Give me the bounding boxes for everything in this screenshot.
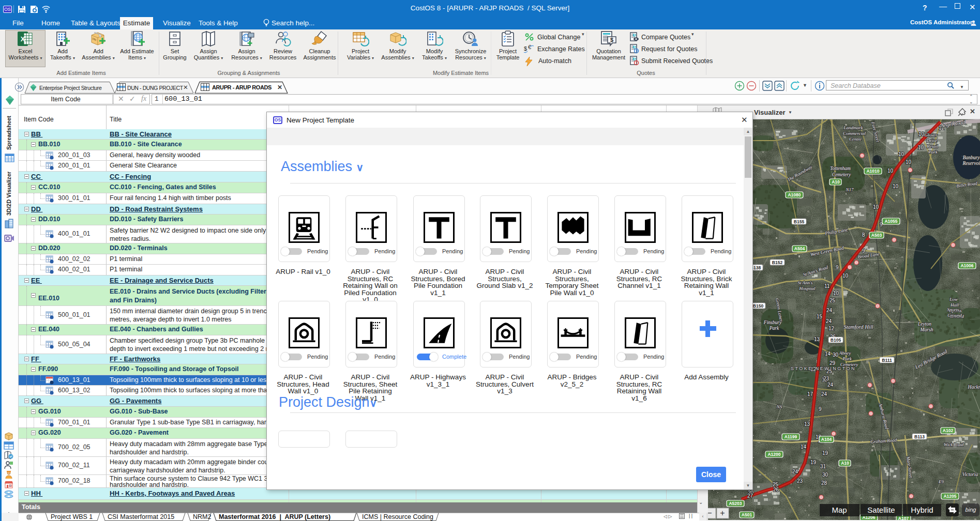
- svg-text:10: 10: [918, 145, 924, 150]
- svg-text:Park: Park: [842, 356, 852, 361]
- svg-text:A104: A104: [821, 437, 832, 442]
- svg-text:26: 26: [773, 487, 779, 493]
- svg-text:A102: A102: [943, 428, 954, 433]
- svg-text:Abney: Abney: [839, 350, 851, 356]
- svg-text:14: 14: [801, 444, 807, 450]
- svg-text:Victoria: Victoria: [962, 472, 978, 477]
- svg-text:A1055: A1055: [884, 219, 897, 224]
- svg-text:10: 10: [893, 183, 899, 189]
- svg-text:Wick Road: Wick Road: [944, 442, 964, 447]
- svg-text:27: 27: [747, 493, 753, 499]
- svg-text:Glover: Glover: [925, 132, 938, 137]
- svg-text:10: 10: [898, 151, 904, 157]
- svg-text:B111: B111: [882, 358, 892, 363]
- svg-text:Cemetery: Cemetery: [832, 172, 851, 177]
- svg-text:30: 30: [833, 352, 839, 358]
- svg-text:St Ann's: St Ann's: [797, 280, 813, 285]
- svg-text:Hackn: Hackn: [968, 385, 980, 390]
- svg-text:Masterformat 2016 | ARUP (Le: Masterformat 2016 | ARUP (Letters): [219, 513, 330, 520]
- svg-text:10: 10: [887, 168, 894, 174]
- svg-text:X: X: [21, 35, 25, 43]
- svg-text:Map: Map: [832, 505, 847, 514]
- svg-text:A10: A10: [841, 461, 849, 466]
- svg-text:23: 23: [823, 376, 830, 381]
- svg-text:$: $: [524, 45, 527, 52]
- svg-text:STOKE NEWINGTON: STOKE NEWINGTON: [791, 366, 856, 371]
- svg-text:13: 13: [814, 336, 820, 342]
- svg-text:17: 17: [807, 391, 813, 397]
- svg-text:15: 15: [817, 314, 823, 319]
- svg-text:€: €: [528, 44, 531, 50]
- svg-text:−: −: [708, 509, 712, 517]
- svg-text:Drive: Drive: [926, 138, 938, 143]
- svg-text:10: 10: [918, 131, 925, 137]
- svg-text:NS: NS: [776, 404, 782, 409]
- svg-text:23: 23: [797, 478, 803, 484]
- svg-text:Satellite: Satellite: [867, 505, 895, 514]
- svg-text:10: 10: [906, 159, 912, 165]
- svg-text:30: 30: [822, 472, 828, 478]
- svg-text:Park: Park: [769, 326, 779, 331]
- svg-text:Retail: Retail: [926, 144, 938, 149]
- svg-text:10: 10: [842, 273, 849, 279]
- svg-text:B113: B113: [914, 434, 925, 439]
- svg-text:19: 19: [810, 459, 817, 465]
- svg-text:24: 24: [827, 382, 834, 388]
- svg-text:19: 19: [822, 450, 828, 456]
- svg-text:N17: N17: [845, 187, 854, 192]
- svg-text:25: 25: [830, 298, 836, 303]
- svg-text:A10: A10: [832, 179, 840, 185]
- svg-text:Finsbury: Finsbury: [763, 320, 782, 325]
- svg-text:B155: B155: [794, 219, 805, 224]
- svg-text:A1199: A1199: [785, 434, 797, 439]
- svg-text:10: 10: [873, 204, 879, 210]
- svg-text:31: 31: [820, 464, 826, 469]
- svg-text:CSI Masterformat 2015: CSI Masterformat 2015: [108, 513, 174, 520]
- svg-text:Marsh: Marsh: [920, 327, 933, 332]
- svg-text:Sports: Sports: [947, 307, 959, 312]
- svg-text:10: 10: [833, 290, 839, 296]
- svg-text:A1080: A1080: [788, 192, 801, 197]
- svg-text:Park: Park: [928, 149, 938, 155]
- svg-text:ICMS | Resource Coding: ICMS | Resource Coding: [362, 513, 433, 520]
- svg-text:14: 14: [825, 351, 831, 357]
- svg-text:bing: bing: [966, 507, 977, 513]
- svg-text:12: 12: [828, 326, 835, 331]
- svg-text:+: +: [720, 509, 725, 517]
- svg-text:Tottenham: Tottenham: [830, 166, 851, 171]
- svg-text:A5203: A5203: [729, 501, 742, 506]
- svg-text:A1200: A1200: [767, 452, 780, 457]
- svg-text:Centre: Centre: [849, 136, 862, 142]
- svg-text:$: $: [634, 45, 636, 49]
- svg-text:24: 24: [826, 308, 833, 313]
- svg-text:Ground: Ground: [947, 313, 962, 318]
- svg-text:A504: A504: [794, 246, 805, 251]
- svg-text:A1205: A1205: [943, 494, 956, 499]
- svg-text:29: 29: [830, 360, 836, 366]
- svg-text:A1006: A1006: [960, 263, 973, 268]
- svg-text:A107: A107: [898, 516, 909, 520]
- svg-text:Leyton: Leyton: [917, 321, 931, 327]
- svg-text:Commercial: Commercial: [843, 131, 866, 136]
- svg-text:9: 9: [836, 265, 839, 270]
- svg-text:$: $: [634, 33, 636, 37]
- svg-text:11: 11: [824, 283, 830, 289]
- svg-text:Low: Low: [949, 297, 958, 302]
- svg-text:A501: A501: [742, 512, 752, 517]
- svg-text:13: 13: [804, 421, 810, 427]
- svg-text:Stamford Hill: Stamford Hill: [843, 324, 873, 330]
- svg-text:Banbury: Banbury: [963, 155, 980, 160]
- svg-text:24: 24: [792, 469, 798, 474]
- svg-text:$: $: [634, 57, 636, 60]
- svg-text:Reservoir: Reservoir: [962, 161, 980, 166]
- svg-text:Hybrid: Hybrid: [911, 505, 933, 514]
- svg-text:NRM2: NRM2: [193, 513, 211, 520]
- svg-text:A1010: A1010: [866, 168, 879, 174]
- svg-text:A503: A503: [871, 233, 882, 238]
- svg-text:Landmark: Landmark: [843, 125, 863, 130]
- svg-text:24: 24: [821, 391, 827, 397]
- svg-text:$: $: [610, 37, 613, 43]
- svg-text:B152: B152: [772, 260, 783, 265]
- svg-text:28: 28: [821, 480, 827, 486]
- svg-text:8: 8: [862, 232, 865, 238]
